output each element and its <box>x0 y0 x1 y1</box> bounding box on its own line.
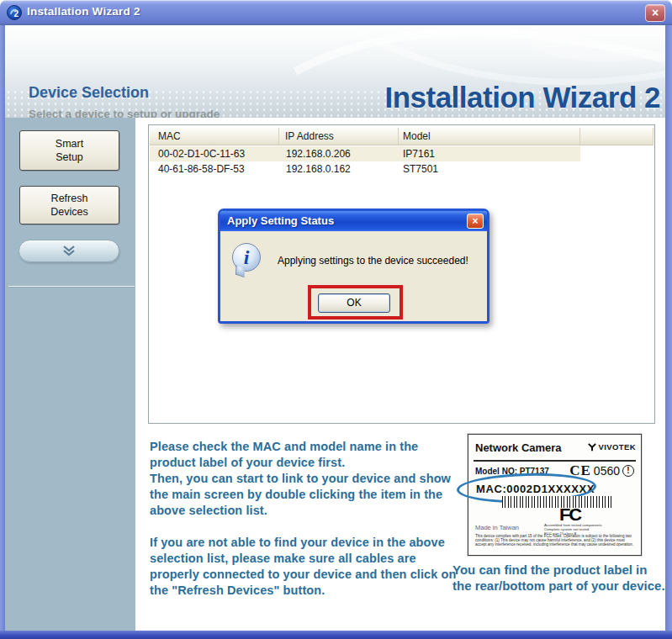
sidebar-divider <box>8 286 135 287</box>
refresh-devices-button[interactable]: Refresh Devices <box>19 186 119 224</box>
chevron-double-down-icon <box>59 245 79 257</box>
window-border-right <box>665 25 672 639</box>
made-in-text: Made in Taiwan <box>475 524 519 531</box>
label-divider <box>474 460 636 462</box>
dialog-close-icon[interactable]: × <box>467 214 484 229</box>
app-icon: 2 <box>7 5 22 20</box>
product-label-image: Network Camera VIVOTEK Model NO: PT7137 … <box>468 434 642 556</box>
column-header-spacer <box>580 128 653 145</box>
page-subtitle: Select a device to setup or upgrade <box>29 108 220 118</box>
alert-circle-icon: ! <box>622 465 634 477</box>
cell-ip: 192.168.0.206 <box>286 148 351 160</box>
window-titlebar[interactable]: 2 Installation Wizard 2 × <box>0 0 672 25</box>
vivotek-bird-icon <box>588 443 596 452</box>
vivotek-logo: VIVOTEK <box>588 442 636 452</box>
fcc-fine-print: This device complies with part 15 of the… <box>475 534 636 547</box>
cell-ip: 192.168.0.162 <box>286 163 351 175</box>
info-icon: i <box>232 243 261 272</box>
window-title: Installation Wizard 2 <box>27 5 140 18</box>
column-header-ip[interactable]: IP Address <box>279 128 399 145</box>
cell-mac: 40-61-86-58-DF-53 <box>158 163 245 175</box>
device-list-header: MAC IP Address Model <box>150 128 653 145</box>
window-border-bottom <box>0 631 672 639</box>
window-border-left <box>0 25 5 639</box>
cell-mac: 00-02-D1-0C-11-63 <box>158 148 245 160</box>
close-icon[interactable]: × <box>645 4 665 22</box>
app-icon-swirl <box>9 8 19 18</box>
cell-model: IP7161 <box>403 148 435 160</box>
apply-setting-status-dialog: Apply Setting Status × i Applying settin… <box>218 209 489 324</box>
fcc-logo: FC <box>559 505 580 525</box>
instructions-paragraph-2: If you are not able to find your device … <box>150 535 461 599</box>
installation-wizard-window: 2 Installation Wizard 2 × Device Selecti… <box>0 0 672 639</box>
dialog-titlebar[interactable]: Apply Setting Status × <box>220 211 487 231</box>
page-title: Device Selection <box>29 84 149 102</box>
dialog-body: i Applying settings to the device succee… <box>220 231 487 321</box>
vivotek-logo-text: VIVOTEK <box>598 442 636 452</box>
cell-model: ST7501 <box>403 163 438 175</box>
smart-setup-button[interactable]: Smart Setup <box>19 130 119 171</box>
dialog-title: Apply Setting Status <box>227 214 334 227</box>
barcode <box>502 496 613 508</box>
ce-number: 0560 <box>594 464 620 478</box>
table-row[interactable]: 00-02-D1-0C-11-63 192.168.0.206 IP7161 <box>150 146 653 161</box>
column-header-mac[interactable]: MAC <box>150 128 279 145</box>
header-banner: Device Selection Select a device to setu… <box>5 25 665 118</box>
instructions-paragraph-1: Please check the MAC and model name in t… <box>150 439 461 519</box>
label-product-name: Network Camera <box>475 441 562 454</box>
ok-button[interactable]: OK <box>318 293 390 313</box>
column-header-model[interactable]: Model <box>399 128 580 145</box>
sidebar: Smart Setup Refresh Devices <box>5 118 135 631</box>
instructions: Please check the MAC and model name in t… <box>150 439 461 599</box>
table-row[interactable]: 40-61-86-58-DF-53 192.168.0.162 ST7501 <box>150 161 653 177</box>
dialog-message: Applying settings to the device succeede… <box>278 255 468 267</box>
brand-title: Installation Wizard 2 <box>384 81 660 114</box>
expand-more-button[interactable] <box>19 240 119 262</box>
label-caption: You can find the product label in the re… <box>452 562 668 594</box>
